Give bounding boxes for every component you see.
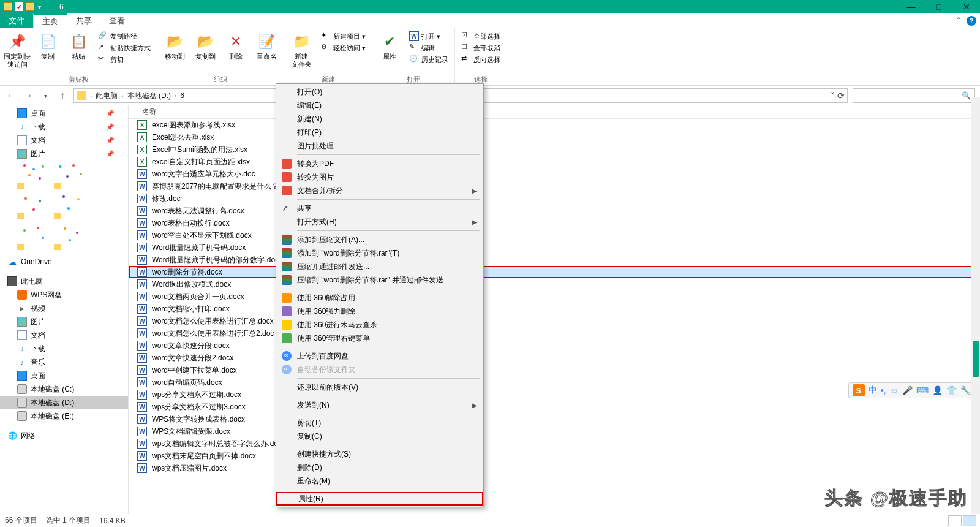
list-item[interactable]: excel图表添加参考线.xlsx [129, 119, 980, 131]
qat-check-icon[interactable]: ✔ [15, 2, 23, 11]
sidebar-thumb[interactable] [54, 223, 87, 250]
list-item[interactable]: wps文档末尾空白页删不掉.docx [129, 450, 980, 462]
sidebar-item-desktop2[interactable]: 桌面 [0, 369, 128, 382]
ctx-rename[interactable]: 重命名(M) [276, 474, 483, 488]
qat-dropdown-icon[interactable]: ▾ [38, 4, 41, 10]
ctx-360-scan[interactable]: 使用 360进行木马云查杀 [276, 318, 483, 332]
minimize-button[interactable]: — [897, 0, 925, 13]
nav-up-button[interactable]: ↑ [56, 89, 69, 102]
sidebar-item-documents2[interactable]: 文档 [0, 328, 128, 342]
column-name[interactable]: 名称 [142, 107, 157, 117]
paste-button[interactable]: 📋 粘贴 [65, 31, 92, 61]
ime-user-icon[interactable]: 👤 [932, 385, 943, 395]
view-details-button[interactable] [948, 515, 962, 526]
ctx-open[interactable]: 打开(O) [276, 85, 483, 99]
list-item[interactable]: word文字自适应单元格大小.doc [129, 168, 980, 180]
ctx-new[interactable]: 新建(N) [276, 112, 483, 126]
history-button[interactable]: 🕘历史记录 [407, 54, 451, 65]
list-item[interactable]: word文档缩小打印.docx [129, 303, 980, 315]
nav-back-button[interactable]: ← [5, 89, 17, 102]
list-item[interactable]: 赛博朋克2077的电脑配置要求是什么？. [129, 180, 980, 192]
sidebar-item-downloads2[interactable]: 下载 [0, 342, 128, 355]
copy-button[interactable]: 📄 复制 [34, 31, 61, 61]
sidebar-item-desktop[interactable]: 桌面📌 [0, 107, 128, 120]
list-item[interactable]: wps分享文档永不过期3.docx [129, 401, 980, 413]
sidebar-item-music[interactable]: 音乐 [0, 355, 128, 369]
sidebar-thumb[interactable] [54, 162, 87, 189]
tab-share[interactable]: 共享 [67, 13, 100, 28]
sidebar-item-drive-d[interactable]: 本地磁盘 (D:) [0, 396, 128, 409]
ime-keyboard-icon[interactable]: ⌨ [916, 385, 929, 395]
select-all-button[interactable]: ☑全部选择 [459, 31, 503, 42]
close-button[interactable]: ✕ [952, 0, 980, 13]
delete-button[interactable]: ✕删除 [222, 31, 249, 61]
tab-file[interactable]: 文件 [0, 13, 33, 28]
list-item[interactable]: word文章快速分段2.docx [129, 352, 980, 364]
ctx-print[interactable]: 打印(P) [276, 126, 483, 139]
nav-forward-button[interactable]: → [22, 89, 34, 102]
select-none-button[interactable]: ☐全部取消 [459, 42, 503, 53]
new-folder-button[interactable]: 📁新建文件夹 [288, 31, 315, 69]
sidebar-item-drive-c[interactable]: 本地磁盘 (C:) [0, 382, 128, 396]
ctx-edit[interactable]: 编辑(E) [276, 99, 483, 112]
list-item[interactable]: word表格自动换行.docx [129, 217, 980, 229]
maximize-button[interactable]: □ [925, 0, 952, 13]
sidebar-item-wps[interactable]: WPS网盘 [0, 288, 128, 301]
list-item[interactable]: wps文档编辑文字时总被吞字怎么办.doc [129, 438, 980, 450]
sidebar-item-drive-e[interactable]: 本地磁盘 (E:) [0, 409, 128, 423]
list-item[interactable]: word文档怎么使用表格进行汇总.docx [129, 315, 980, 327]
scrollbar-thumb[interactable] [973, 341, 979, 377]
view-large-icons-button[interactable] [963, 515, 976, 526]
list-item[interactable]: word文档怎么使用表格进行汇总2.doc [129, 327, 980, 339]
ime-voice-icon[interactable]: 🎤 [902, 385, 913, 395]
ime-skin-icon[interactable]: 👕 [946, 385, 957, 395]
list-item[interactable]: word表格无法调整行高.docx [129, 205, 980, 217]
list-item[interactable]: Word批量隐藏手机号码的部分数字.doc [129, 254, 980, 266]
properties-button[interactable]: ✔属性 [376, 31, 403, 61]
sidebar-item-videos[interactable]: 视频 [0, 301, 128, 315]
chevron-right-icon[interactable]: › [175, 93, 176, 99]
tab-home[interactable]: 主页 [33, 13, 67, 28]
list-header[interactable]: 名称 [129, 105, 980, 119]
sidebar-item-documents[interactable]: 文档📌 [0, 134, 128, 147]
list-item[interactable]: Word退出修改模式.docx [129, 278, 980, 290]
ctx-zip-mail[interactable]: 压缩并通过邮件发送... [276, 260, 483, 273]
list-item[interactable]: Excel中Sumif函数的用法.xlsx [129, 143, 980, 156]
ime-punct-icon[interactable]: •, [881, 385, 886, 395]
list-item[interactable]: word中创建下拉菜单.docx [129, 364, 980, 376]
chevron-right-icon[interactable]: › [121, 93, 123, 99]
list-item[interactable]: 修改.doc [129, 192, 980, 205]
copy-to-button[interactable]: 📂复制到 [192, 31, 219, 61]
list-item[interactable]: Excel怎么去重.xlsx [129, 131, 980, 143]
ctx-to-image[interactable]: 转换为图片 [276, 170, 483, 184]
ribbon-collapse-icon[interactable]: ˄ [957, 17, 960, 25]
ctx-360-unlock[interactable]: 使用 360解除占用 [276, 291, 483, 305]
paste-shortcut-button[interactable]: ↗粘贴快捷方式 [96, 42, 153, 53]
edit-button[interactable]: ✎编辑 [407, 42, 451, 53]
crumb-drive[interactable]: 本地磁盘 (D:) [127, 91, 171, 101]
ctx-to-pdf[interactable]: 转换为PDF [276, 157, 483, 170]
ime-lang[interactable]: 中 [869, 385, 877, 396]
sidebar-thumb[interactable] [17, 162, 50, 189]
sidebar-item-onedrive[interactable]: OneDrive [0, 255, 128, 268]
list-item[interactable]: WPS文档编辑受限.docx [129, 425, 980, 438]
ctx-cut[interactable]: 剪切(T) [276, 416, 483, 430]
easy-access-button[interactable]: ⚙轻松访问 ▾ [318, 42, 368, 53]
ctx-copy[interactable]: 复制(C) [276, 430, 483, 443]
sidebar-item-network[interactable]: 网络 [0, 429, 128, 442]
ctx-properties[interactable]: 属性(R) [276, 492, 483, 506]
list-item[interactable]: word空白处不显示下划线.docx [129, 229, 980, 241]
ctx-send-to[interactable]: 发送到(N)▶ [276, 398, 483, 412]
vertical-scrollbar[interactable] [971, 97, 980, 514]
addr-dropdown-icon[interactable]: ˅ [831, 91, 835, 100]
invert-selection-button[interactable]: ⇄反向选择 [459, 54, 503, 65]
list-item[interactable]: word删除分节符.docx [129, 266, 980, 278]
ctx-zip-named-mail[interactable]: 压缩到 "word删除分节符.rar" 并通过邮件发送 [276, 273, 483, 287]
sidebar-item-pictures2[interactable]: 图片 [0, 315, 128, 328]
tab-view[interactable]: 查看 [100, 13, 134, 28]
ime-emoji-icon[interactable]: ☺ [890, 385, 899, 395]
ctx-batch-image[interactable]: 图片批处理 [276, 139, 483, 153]
sidebar-item-pictures[interactable]: 图片📌 [0, 147, 128, 161]
ctx-baidu-upload[interactable]: 上传到百度网盘 [276, 349, 483, 363]
rename-button[interactable]: 📝重命名 [253, 31, 280, 61]
